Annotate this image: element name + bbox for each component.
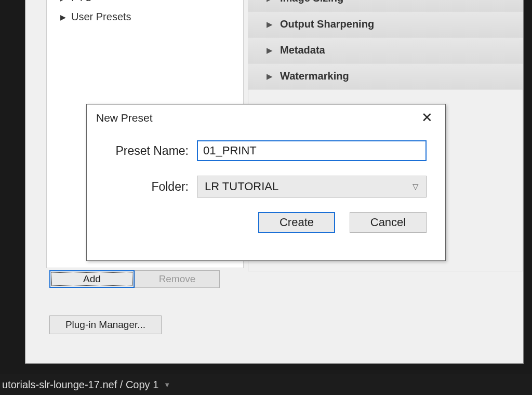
- remove-button: Remove: [135, 270, 220, 288]
- triangle-right-icon: ▶: [267, 46, 273, 55]
- preset-folder-label: User Presets: [71, 11, 131, 23]
- cancel-button[interactable]: Cancel: [350, 212, 427, 233]
- preset-name-row: Preset Name:: [105, 140, 427, 161]
- preset-name-input[interactable]: [197, 140, 427, 161]
- dialog-titlebar: New Preset ✕: [87, 104, 445, 126]
- section-label: Output Sharpening: [280, 18, 374, 30]
- preset-name-label: Preset Name:: [105, 144, 197, 158]
- section-watermarking[interactable]: ▶ Watermarking: [248, 63, 523, 89]
- plugin-manager-button[interactable]: Plug-in Manager...: [49, 315, 162, 334]
- section-label: Image Sizing: [280, 0, 343, 4]
- dialog-button-row: Create Cancel: [87, 212, 445, 233]
- preset-folder-label: PTC: [71, 0, 92, 4]
- settings-accordion: ▶ Image Sizing ▶ Output Sharpening ▶ Met…: [248, 0, 523, 89]
- dialog-form: Preset Name: Folder: LR TUTORIAL ▽: [87, 126, 445, 198]
- section-output-sharpening[interactable]: ▶ Output Sharpening: [248, 11, 523, 37]
- folder-label: Folder:: [105, 180, 197, 194]
- create-button[interactable]: Create: [258, 212, 335, 233]
- section-metadata[interactable]: ▶ Metadata: [248, 37, 523, 63]
- preset-folder-user[interactable]: ▶ User Presets: [47, 9, 243, 25]
- folder-row: Folder: LR TUTORIAL ▽: [105, 176, 427, 198]
- triangle-right-icon: ▶: [267, 0, 273, 3]
- chevron-down-icon[interactable]: ▼: [164, 381, 170, 389]
- triangle-right-icon: ▶: [267, 72, 273, 81]
- preset-buttons: Add Remove: [49, 270, 220, 288]
- triangle-right-icon: ▶: [267, 20, 273, 29]
- section-image-sizing[interactable]: ▶ Image Sizing: [248, 0, 523, 11]
- triangle-right-icon: ▶: [60, 13, 66, 21]
- chevron-down-icon: ▽: [413, 182, 419, 191]
- status-bar: utorials-slr-lounge-17.nef / Copy 1 ▼: [0, 374, 532, 395]
- close-icon[interactable]: ✕: [418, 110, 436, 126]
- add-button[interactable]: Add: [49, 270, 135, 288]
- folder-select[interactable]: LR TUTORIAL ▽: [197, 176, 427, 198]
- new-preset-dialog: New Preset ✕ Preset Name: Folder: LR TUT…: [86, 104, 446, 261]
- dialog-title-text: New Preset: [96, 112, 153, 124]
- section-label: Watermarking: [280, 70, 349, 82]
- preset-folder-ptc[interactable]: ▶ PTC: [47, 0, 243, 6]
- status-filename[interactable]: utorials-slr-lounge-17.nef / Copy 1: [2, 379, 158, 391]
- section-label: Metadata: [280, 44, 325, 56]
- folder-select-value: LR TUTORIAL: [205, 180, 278, 193]
- triangle-right-icon: ▶: [60, 0, 66, 2]
